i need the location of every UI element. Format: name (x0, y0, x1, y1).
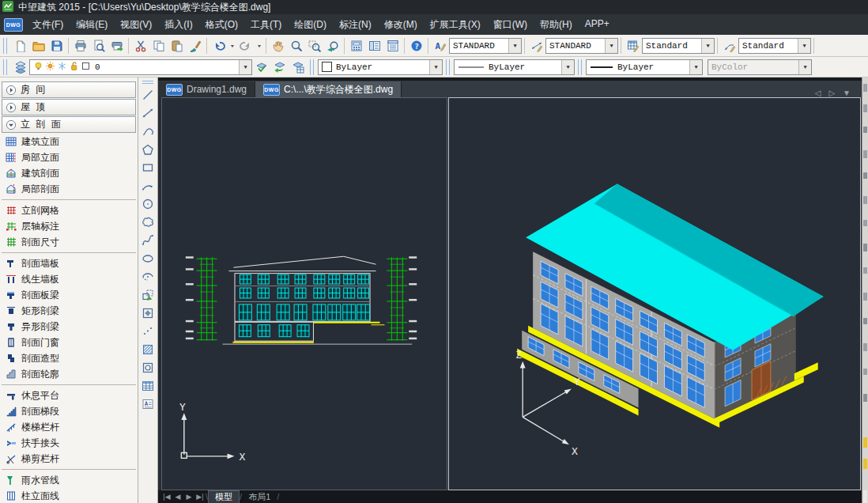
layer-states-button[interactable] (289, 58, 307, 76)
palette-section-roof[interactable]: 屋 顶 (2, 99, 136, 115)
multileader-style-button[interactable] (720, 36, 738, 55)
chevron-right-icon[interactable] (6, 102, 17, 113)
region-tool-button[interactable] (139, 359, 157, 376)
point-tool-button[interactable] (139, 323, 157, 340)
tab-layout1[interactable]: 布局1 (242, 491, 277, 503)
menu-item-dimension[interactable]: 标注(N) (333, 16, 378, 34)
toolbar-grip[interactable] (3, 59, 7, 75)
palette-item-section-shape[interactable]: 剖面造型 (0, 350, 138, 366)
toolbar-grip[interactable] (578, 59, 582, 75)
palette-item-beam-rect[interactable]: 矩形剖梁 (0, 303, 138, 319)
zoom-window-button[interactable] (305, 36, 323, 55)
tab-current-drawing[interactable]: DWGC:\...\教学综合楼全图.dwg (255, 81, 402, 97)
menu-item-modify[interactable]: 修改(M) (378, 16, 424, 34)
prev-tab-icon[interactable]: ◀ (172, 493, 183, 501)
palette-item-grid-green[interactable]: 剖面尺寸 (0, 234, 138, 250)
palette-item-section-local[interactable]: 局部剖面 (0, 181, 138, 197)
text-style-combo[interactable]: STANDARD▼ (449, 38, 522, 54)
polyline-tool-button[interactable] (139, 123, 157, 140)
multileader-style-combo[interactable]: Standard▼ (738, 38, 811, 54)
chevron-down-icon[interactable]: ▼ (605, 39, 617, 53)
chevron-down-icon[interactable] (6, 119, 17, 130)
palette-item-grid-red[interactable]: 立剖网格 (0, 202, 138, 218)
menu-item-express-tools[interactable]: 扩展工具(X) (424, 16, 487, 34)
lock-open-icon[interactable] (69, 61, 79, 74)
chevron-down-icon[interactable]: ▼ (561, 60, 574, 74)
menu-item-app-plus[interactable]: APP+ (579, 16, 616, 34)
next-tab-icon[interactable]: ▷ (828, 89, 835, 97)
arc-tool-button[interactable] (139, 177, 157, 195)
bulb-icon[interactable] (33, 61, 43, 74)
palette-item-wall-board[interactable]: 剖面墙板 (0, 255, 138, 271)
print-button[interactable] (71, 36, 89, 55)
menu-item-tools[interactable]: 工具(T) (244, 16, 288, 34)
zoom-previous-button[interactable] (323, 36, 342, 55)
freeze-icon[interactable] (57, 61, 67, 74)
tab-list-icon[interactable]: ▼ (843, 89, 851, 97)
cut-button[interactable] (131, 36, 149, 55)
palette-item-wall-line[interactable]: 线生墙板 (0, 271, 138, 287)
menu-item-window[interactable]: 窗口(W) (487, 16, 534, 34)
match-properties-button[interactable] (186, 36, 204, 55)
palette-item-rail-cut[interactable]: 梯剪栏杆 (0, 451, 138, 467)
menu-item-file[interactable]: 文件(F) (26, 16, 70, 34)
palette-item-section-contour[interactable]: 剖面轮廓 (0, 366, 138, 382)
new-file-button[interactable] (11, 36, 29, 55)
lineweight-combo[interactable]: ByLayer▼ (586, 59, 703, 75)
palette-section-elevation-section[interactable]: 立 剖 面 (2, 116, 136, 133)
redo-dropdown-icon[interactable] (255, 36, 263, 55)
menu-item-draw[interactable]: 绘图(D) (288, 16, 333, 34)
first-tab-icon[interactable]: |◀ (161, 493, 172, 501)
text-style-button[interactable]: A (431, 36, 449, 55)
menu-item-edit[interactable]: 编辑(E) (70, 16, 114, 34)
pan-button[interactable] (269, 36, 287, 55)
palette-item-grid-axis[interactable]: 层轴标注 (0, 218, 138, 234)
help-button[interactable]: ? (407, 36, 425, 55)
chevron-down-icon[interactable]: ▼ (429, 60, 442, 74)
toolbar-grip[interactable] (310, 59, 314, 75)
copy-button[interactable] (149, 36, 168, 55)
chevron-down-icon[interactable]: ▼ (798, 60, 811, 74)
dimension-style-combo[interactable]: STANDARD▼ (545, 38, 618, 54)
next-tab-icon[interactable]: ▶ (183, 493, 194, 501)
table-tool-button[interactable] (139, 377, 157, 395)
layer-props-button[interactable] (11, 58, 29, 76)
revision-cloud-tool-button[interactable] (139, 214, 157, 231)
viewport-2d-elevation[interactable]: Y X (161, 97, 447, 490)
plotstyle-combo[interactable]: ByColor▼ (708, 59, 812, 75)
linetype-combo[interactable]: ByLayer▼ (454, 59, 575, 75)
hatch-tool-button[interactable] (139, 341, 157, 358)
palette-item-handrail-joint[interactable]: 扶手接头 (0, 435, 138, 451)
chevron-down-icon[interactable]: ▼ (239, 60, 251, 74)
menu-item-help[interactable]: 帮助(H) (534, 16, 579, 34)
palette-item-elev-local[interactable]: 局部立面 (0, 149, 138, 165)
menu-item-format[interactable]: 格式(O) (199, 16, 244, 34)
make-current-layer-button[interactable] (252, 58, 270, 76)
dimension-style-button[interactable] (527, 36, 545, 55)
toolbar-grip[interactable] (3, 38, 7, 54)
palette-item-beam-slab[interactable]: 剖面板梁 (0, 287, 138, 303)
make-block-tool-button[interactable] (139, 304, 157, 322)
menu-item-insert[interactable]: 插入(I) (158, 16, 198, 34)
palette-item-elev-building[interactable]: 建筑立面 (0, 134, 138, 149)
paste-button[interactable] (168, 36, 186, 55)
redo-button[interactable] (236, 36, 255, 55)
circle-tool-button[interactable] (139, 195, 157, 213)
rectangle-tool-button[interactable] (139, 159, 157, 176)
palette-item-column-line[interactable]: 柱立面线 (0, 488, 138, 503)
palette-item-stair-rail[interactable]: 楼梯栏杆 (0, 419, 138, 435)
mtext-tool-button[interactable]: A (139, 395, 157, 413)
zoom-realtime-button[interactable] (287, 36, 305, 55)
layer-combo[interactable]: 0▼ (29, 59, 252, 75)
table-style-button[interactable] (624, 36, 642, 55)
publish-button[interactable] (108, 36, 126, 55)
toolbar-grip[interactable] (142, 81, 153, 84)
menu-item-view[interactable]: 视图(V) (114, 16, 158, 34)
line-tool-button[interactable] (139, 86, 157, 104)
save-file-button[interactable] (47, 36, 66, 55)
viewport-3d-model[interactable]: Z Y X (448, 97, 861, 490)
chevron-right-icon[interactable] (6, 85, 17, 96)
color-combo[interactable]: ByLayer▼ (318, 59, 443, 75)
swatch-white-icon[interactable] (81, 61, 91, 74)
dwg-app-icon[interactable]: DWG (4, 18, 23, 32)
